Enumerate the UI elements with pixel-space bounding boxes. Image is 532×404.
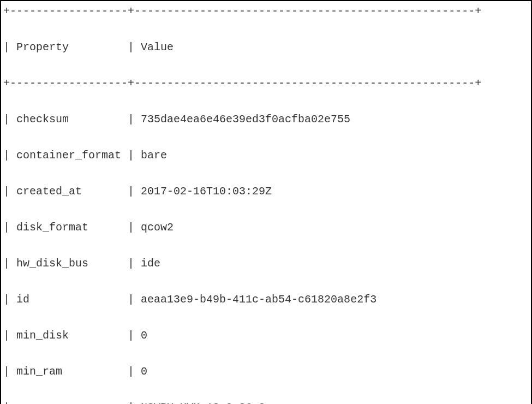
property-cell: min_ram [16,365,121,378]
value-cell: ide [141,257,160,270]
table-row: | min_ram | 0 [3,363,529,381]
property-cell: min_disk [16,329,121,342]
terminal-output: +------------------+--------------------… [0,0,532,404]
property-cell: checksum [16,113,121,126]
property-cell: id [16,293,121,306]
table-border-mid: +------------------+--------------------… [3,74,529,92]
table-row: | checksum | 735dae4ea6e46e39ed3f0acfba0… [3,110,529,128]
property-cell: name [16,401,121,404]
value-cell: qcow2 [141,221,174,234]
table-row: | created_at | 2017-02-16T10:03:29Z [3,182,529,200]
value-cell: 735dae4ea6e46e39ed3f0acfba02e755 [141,113,350,126]
table-row: | name | NSVPX-KVM-12.0-26.2 [3,399,529,404]
ascii-table: +------------------+--------------------… [3,2,529,404]
value-cell: NSVPX-KVM-12.0-26.2 [141,401,265,404]
table-row: | container_format | bare [3,146,529,164]
table-row: | min_disk | 0 [3,326,529,344]
table-row: | hw_disk_bus | ide [3,254,529,272]
column-header-property: Property [16,41,121,54]
value-cell: 0 [141,365,147,378]
table-row: | id | aeaa13e9-b49b-411c-ab54-c61820a8e… [3,290,529,308]
value-cell: aeaa13e9-b49b-411c-ab54-c61820a8e2f3 [141,293,376,306]
property-cell: hw_disk_bus [16,257,121,270]
property-cell: disk_format [16,221,121,234]
table-header-row: | Property | Value [3,38,529,56]
value-cell: 2017-02-16T10:03:29Z [141,185,272,198]
property-cell: container_format [16,149,121,162]
table-border-top: +------------------+--------------------… [3,2,529,20]
value-cell: bare [141,149,167,162]
table-row: | disk_format | qcow2 [3,218,529,236]
value-cell: 0 [141,329,147,342]
property-cell: created_at [16,185,121,198]
column-header-value: Value [141,41,174,54]
